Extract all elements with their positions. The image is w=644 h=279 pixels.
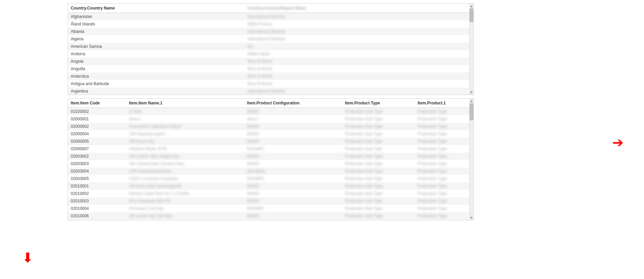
- item-name-cell: CSDC Customer Complete: [126, 175, 244, 182]
- product1-cell: Production Type: [415, 167, 473, 175]
- product-type-header: Item.Product Type: [342, 99, 415, 108]
- country-row: ArgentinaInternational Markets: [68, 87, 473, 95]
- item-row: 01020002C-RuleDEMOProduction Sub TypePro…: [68, 108, 473, 116]
- item-name-cell: Named Cable Reel rev 2 m DelW: [126, 190, 244, 197]
- country-row: AfghanistanInternational Markets: [68, 13, 473, 21]
- item-row: 02010006JNI screen key 150 itemDEMOProdu…: [68, 212, 473, 220]
- country-name-cell: Albania: [68, 28, 245, 35]
- item-scroll-down-arrow[interactable]: ▼: [469, 215, 473, 220]
- item-code-cell: 02000005: [68, 138, 126, 145]
- product1-cell: Production Type: [415, 212, 473, 220]
- item-code-cell: 02000007: [68, 145, 126, 153]
- item-name-cell: LPN Humanamentional: [126, 167, 244, 175]
- item-row: 02010007donAtron KA80514 JNConnec+itemDD…: [68, 220, 473, 220]
- right-arrow: ➔: [612, 135, 624, 150]
- item-code-cell: 02010004: [68, 205, 126, 212]
- item-code-cell: 02003004: [68, 167, 126, 175]
- product1-cell: Production Type: [415, 108, 473, 116]
- product-type-cell: Production Sub Type: [342, 205, 415, 212]
- item-row: 02000004ORI Aquarius AgentDEMOProduction…: [68, 130, 473, 138]
- product-type-cell: Production Sub Type: [342, 220, 415, 220]
- item-code-cell: 02010007: [68, 220, 126, 220]
- country-name-cell: American Samoa: [68, 43, 245, 50]
- country-name-cell: Antigua and Barbuda: [68, 80, 245, 87]
- country-row: American SamoaNA: [68, 43, 473, 50]
- product-config-cell: DDAMPC: [244, 205, 342, 212]
- item-name-cell: alma 1: [126, 115, 244, 123]
- item-table: Item.Item Code Item.Item Name.1 Item.Pro…: [68, 99, 473, 220]
- country-region-cell: EMEA France: [245, 20, 473, 28]
- item-code-cell: 01020002: [68, 108, 126, 116]
- country-row: Åland IslandsEMEA France: [68, 20, 473, 28]
- item-name-cell: Firmware Card imp: [126, 205, 244, 212]
- item-scroll-thumb[interactable]: [469, 103, 473, 120]
- country-region-cell: International Markets: [245, 28, 473, 35]
- product-type-cell: Production Sub Type: [342, 108, 415, 116]
- item-scrollbar[interactable]: ▲ ▼: [469, 99, 473, 220]
- product1-cell: Production Type: [415, 160, 473, 167]
- item-name-cell: Interface Mode SCSI: [126, 145, 244, 153]
- country-row: AlgeriaInternational Markets: [68, 35, 473, 43]
- country-table-wrapper: Country.Country Name Country.Country.Reg…: [68, 3, 474, 95]
- country-name-cell: Åland Islands: [68, 20, 245, 28]
- product-config-cell: DEMO: [244, 123, 342, 130]
- country-region-cell: Rest of World: [245, 58, 473, 65]
- item-row: 02000002Instrument Calibration ObjectDEM…: [68, 123, 473, 130]
- product1-cell: Production Type: [415, 153, 473, 160]
- product-config-cell: alma 1: [244, 115, 342, 123]
- product-type-cell: Production Sub Type: [342, 138, 415, 145]
- item-code-cell: 02003003: [68, 160, 126, 167]
- product-config-cell: DEMO: [244, 190, 342, 197]
- item-name-cell: C-Rule: [126, 108, 244, 116]
- item-code-cell: 02000004: [68, 130, 126, 138]
- country-table: Country.Country Name Country.Country.Reg…: [68, 4, 473, 95]
- item-name-cell: JNI Multi solar marketing/drill: [126, 182, 244, 190]
- item-row: 02003002JNI Calmer Man Single KeyDEMOPro…: [68, 153, 473, 160]
- item-row: 02003003JNI Calmed Man General HolyDEMOP…: [68, 160, 473, 167]
- item-code-cell: 02010002: [68, 190, 126, 197]
- item-row: 02003005CSDC Customer CompleteDDAMPCProd…: [68, 175, 473, 182]
- product1-cell: Production Type: [415, 115, 473, 123]
- product-config-cell: ddma8tna: [244, 167, 342, 175]
- country-row: Antigua and BarbudaRest of World: [68, 80, 473, 87]
- product1-cell: Production Type: [415, 182, 473, 190]
- item-row: 02010001JNI Multi solar marketing/drillD…: [68, 182, 473, 190]
- scroll-thumb[interactable]: [469, 8, 473, 22]
- country-row: AntarcticaRest of World: [68, 73, 473, 80]
- item-code-cell: 02003002: [68, 153, 126, 160]
- product-config-cell: DEMO: [244, 212, 342, 220]
- product-config-cell: DEMO: [244, 182, 342, 190]
- country-name-cell: Angola: [68, 58, 245, 65]
- product-type-cell: Production Sub Type: [342, 167, 415, 175]
- product-config-cell: DEMO: [244, 130, 342, 138]
- product-config-cell: DDAMPC: [244, 220, 342, 220]
- country-region-header: Country.Country.Region Name: [245, 4, 473, 13]
- product-config-cell: DDAMPC: [244, 175, 342, 182]
- product-type-cell: Production Sub Type: [342, 153, 415, 160]
- country-scrollbar[interactable]: ▲ ▼: [469, 4, 473, 95]
- scroll-up-arrow[interactable]: ▲: [469, 4, 473, 8]
- product1-cell: Production Type: [415, 123, 473, 130]
- country-row: AngolaRest of World: [68, 58, 473, 65]
- product-type-cell: Production Sub Type: [342, 123, 415, 130]
- product-config-cell: DEMO: [244, 160, 342, 167]
- product1-header: Item.Product.1: [415, 99, 473, 108]
- product-type-cell: Production Sub Type: [342, 197, 415, 205]
- country-name-cell: Andorra: [68, 50, 245, 58]
- item-name-cell: JNI Exam Key: [126, 138, 244, 145]
- product-config-cell: DEMO: [244, 153, 342, 160]
- product1-cell: Production Type: [415, 130, 473, 138]
- product-type-cell: Production Sub Type: [342, 190, 415, 197]
- product-type-cell: Production Sub Type: [342, 130, 415, 138]
- item-code-cell: 02000002: [68, 123, 126, 130]
- item-scroll-up-arrow[interactable]: ▲: [469, 99, 473, 103]
- country-region-cell: International Markets: [245, 35, 473, 43]
- item-code-cell: 02010006: [68, 212, 126, 220]
- item-code-cell: 02010001: [68, 182, 126, 190]
- item-name-cell: Instrument Calibration Object: [126, 123, 244, 130]
- product1-cell: Production Type: [415, 190, 473, 197]
- product-type-cell: Production Sub Type: [342, 175, 415, 182]
- scroll-down-arrow[interactable]: ▼: [469, 90, 473, 95]
- country-region-cell: Rest of World: [245, 73, 473, 80]
- country-row: AlbaniaInternational Markets: [68, 28, 473, 35]
